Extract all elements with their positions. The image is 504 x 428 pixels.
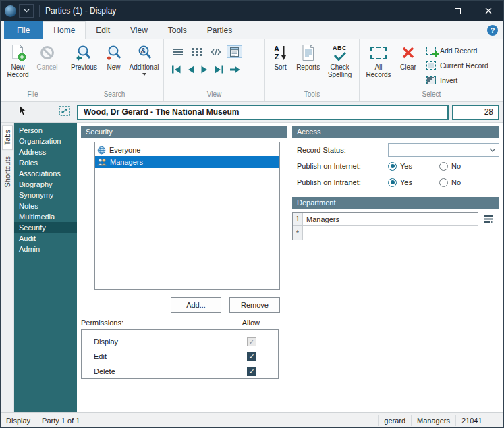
sidebar-item-security[interactable]: Security [14, 222, 77, 233]
row-number: 1 [293, 213, 303, 225]
invert-selection-button[interactable]: Invert [426, 74, 488, 86]
record-status-label: Record Status: [297, 146, 388, 154]
tab-home[interactable]: Home [43, 21, 86, 39]
first-record-button[interactable] [171, 64, 181, 76]
intranet-no-label: No [451, 178, 461, 186]
new-record-button[interactable]: New Record [3, 41, 33, 78]
add-record-label: Add Record [440, 47, 477, 55]
internet-no-radio[interactable] [439, 162, 448, 171]
allow-column-label: Allow [242, 319, 260, 327]
cancel-button[interactable]: Cancel [33, 41, 61, 71]
access-panel-header: Access [292, 126, 499, 138]
tab-edit[interactable]: Edit [86, 21, 120, 39]
status-user: gerard [379, 415, 412, 426]
intranet-yes-radio[interactable] [388, 178, 397, 187]
form-view-button[interactable] [227, 45, 242, 58]
ribbon-tab-row: File Home Edit View Tools Parties ? [1, 21, 503, 39]
last-record-button[interactable] [214, 64, 224, 76]
previous-search-button[interactable]: Previous [67, 41, 101, 71]
sidebar-item-admin[interactable]: Admin [14, 244, 77, 255]
minimize-button[interactable] [412, 1, 443, 21]
sidebar-item-multimedia[interactable]: Multimedia [14, 211, 77, 222]
status-record-id: 21041 [456, 415, 503, 426]
remove-group-button[interactable]: Remove [229, 297, 280, 313]
new-search-button[interactable]: New [101, 41, 127, 71]
add-group-button[interactable]: Add... [171, 297, 221, 313]
sort-icon: AZ [274, 43, 287, 62]
tab-file[interactable]: File [4, 21, 43, 39]
ribbon-group-label-view: View [164, 90, 264, 101]
maximize-button[interactable] [443, 1, 473, 21]
tab-tools[interactable]: Tools [158, 21, 197, 39]
edit-allow-checkbox[interactable]: ✓ [247, 352, 256, 361]
add-record-button[interactable]: Add Record [426, 44, 488, 57]
code-view-button[interactable] [208, 45, 223, 58]
status-filler [101, 415, 379, 426]
grid-view-button[interactable] [189, 45, 204, 58]
sidebar-item-roles[interactable]: Roles [14, 157, 77, 168]
security-panel-header: Security [81, 126, 287, 138]
current-record-button[interactable]: Current Record [426, 59, 488, 72]
sidebar-item-organization[interactable]: Organization [14, 136, 77, 146]
side-tab-shortcuts[interactable]: Shortcuts [3, 152, 12, 191]
internet-yes-radio[interactable] [388, 162, 397, 171]
grid-view-icon [192, 48, 202, 56]
permissions-label: Permissions: [81, 319, 123, 327]
clear-selection-button[interactable]: Clear [395, 41, 421, 71]
app-window: Parties (1) - Display File Home Edit Vie… [0, 0, 504, 428]
security-group-everyone[interactable]: Everyone [95, 144, 279, 156]
previous-record-button[interactable] [187, 64, 195, 76]
invert-selection-icon [426, 76, 436, 84]
select-region-icon[interactable] [59, 106, 70, 119]
ribbon-group-select: All Records Clear Add Record Current [360, 39, 503, 101]
display-allow-checkbox[interactable]: ✓ [247, 337, 256, 346]
publish-intranet-label: Publish on Intranet: [297, 178, 388, 186]
sidebar-item-address[interactable]: Address [14, 146, 77, 157]
department-cell[interactable] [303, 226, 478, 240]
new-record-icon [9, 43, 27, 62]
sidebar-item-notes[interactable]: Notes [14, 200, 77, 211]
all-records-button[interactable]: All Records [362, 41, 395, 78]
goto-record-button[interactable] [229, 64, 240, 76]
check-spelling-button[interactable]: ABC Check Spelling [323, 41, 357, 78]
tab-parties[interactable]: Parties [197, 21, 242, 39]
sidebar-item-associations[interactable]: Associations [14, 168, 77, 179]
minimize-icon [424, 11, 431, 11]
current-record-icon [426, 61, 436, 70]
view-mode-toggles [170, 45, 242, 58]
department-cell[interactable]: Managers [303, 213, 478, 225]
chevron-down-icon [489, 148, 496, 152]
reports-icon [300, 43, 316, 62]
sort-z-glyph: Z [274, 53, 279, 61]
list-view-icon [173, 48, 184, 56]
security-groups-list[interactable]: Everyone Managers [94, 142, 280, 290]
record-summary-title: Wood, Dr Gerard - The National Museum [77, 105, 449, 120]
sort-button[interactable]: AZ Sort [267, 41, 293, 71]
list-view-button[interactable] [170, 45, 186, 58]
department-list-button[interactable] [483, 214, 493, 240]
code-view-icon [211, 48, 221, 56]
help-button[interactable]: ? [487, 25, 498, 36]
previous-search-label: Previous [71, 63, 97, 71]
security-group-managers[interactable]: Managers [95, 156, 279, 168]
list-lines-icon [483, 215, 493, 223]
record-status-dropdown[interactable] [388, 143, 499, 157]
next-record-button[interactable] [200, 64, 208, 76]
reports-button[interactable]: Reports [293, 41, 323, 71]
ribbon-group-label-search: Search [65, 90, 163, 101]
delete-allow-checkbox[interactable]: ✓ [247, 367, 256, 376]
sidebar-item-person[interactable]: Person [14, 125, 77, 136]
all-records-icon [370, 43, 387, 62]
additional-search-button[interactable]: & Additional [127, 41, 161, 76]
sidebar-item-synonymy[interactable]: Synonymy [14, 190, 77, 200]
sidebar-item-audit[interactable]: Audit [14, 233, 77, 244]
clear-selection-icon [401, 43, 416, 62]
sidebar-item-biography[interactable]: Biography [14, 179, 77, 190]
intranet-no-radio[interactable] [439, 178, 448, 187]
quick-access-dropdown[interactable] [19, 4, 34, 18]
side-tab-tabs[interactable]: Tabs [2, 125, 13, 150]
ribbon-group-tools: AZ Sort Reports ABC [265, 39, 360, 101]
cursor-tool-icon[interactable] [18, 105, 27, 119]
close-button[interactable] [473, 1, 503, 21]
tab-view[interactable]: View [120, 21, 158, 39]
